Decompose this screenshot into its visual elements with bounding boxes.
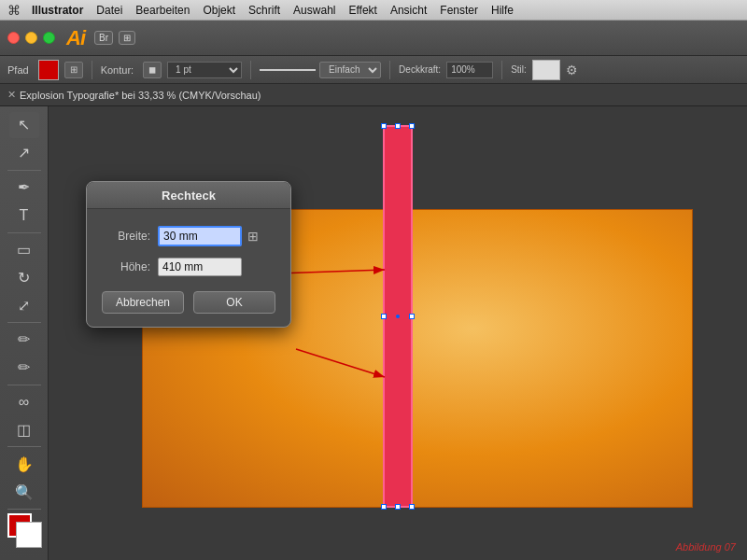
menu-datei[interactable]: Datei: [96, 4, 122, 17]
stroke-style-select[interactable]: Einfach: [319, 62, 381, 78]
tool-zoom[interactable]: 🔍: [9, 479, 39, 505]
tool-blend[interactable]: ∞: [9, 389, 39, 415]
separator-4: [501, 61, 502, 79]
tool-separator-4: [7, 385, 41, 385]
cancel-button[interactable]: Abbrechen: [102, 291, 184, 314]
tab-bar: ✕ Explosion Typografie* bei 33,33 % (CMY…: [0, 84, 747, 106]
canvas-area[interactable]: Rechteck Breite: ⊞ Höhe: Abbrechen OK: [49, 106, 747, 560]
tool-direct-selection[interactable]: ↗: [9, 140, 39, 166]
handle-bottom-center[interactable]: [395, 504, 401, 510]
tool-selection[interactable]: ↖: [9, 112, 39, 138]
stil-swatch[interactable]: [532, 60, 560, 80]
handle-bottom-right[interactable]: [409, 504, 415, 510]
stroke-line: [260, 69, 316, 71]
tool-type[interactable]: T: [9, 203, 39, 229]
dialog-title: Rechteck: [87, 182, 290, 209]
tool-scale[interactable]: ⤢: [9, 292, 39, 318]
tool-separator-3: [7, 322, 41, 323]
fill-color-swatch[interactable]: [38, 60, 59, 80]
breite-row: Breite: ⊞: [87, 222, 290, 250]
deckkraft-label: Deckkraft:: [399, 64, 441, 75]
breite-label: Breite:: [102, 230, 150, 243]
handle-top-left[interactable]: [381, 123, 387, 129]
handle-mid-left[interactable]: [381, 314, 387, 319]
menu-auswahl[interactable]: Auswahl: [293, 4, 335, 17]
hoehe-row: Höhe:: [87, 254, 290, 280]
abbildung-caption: Abbildung 07: [676, 541, 736, 553]
tool-separator-1: [7, 170, 41, 171]
toolbar-colors: [7, 513, 41, 554]
kontur-select[interactable]: 1 pt: [167, 62, 242, 78]
center-dot: [396, 315, 400, 318]
tool-rectangle[interactable]: ▭: [9, 236, 39, 262]
workspace: ↖ ↗ ✒ T ▭ ↻ ⤢ ✏ ✏ ∞ ◫ ✋ 🔍: [0, 106, 747, 560]
tool-rotate[interactable]: ↻: [9, 264, 39, 290]
options-bar: Pfad ⊞ Kontur: ◼ 1 pt Einfach Deckkraft:…: [0, 56, 747, 84]
bridge-button[interactable]: Br: [94, 31, 113, 45]
tool-paintbrush[interactable]: ✏: [9, 327, 39, 353]
tool-gradient[interactable]: ◫: [9, 417, 39, 443]
maximize-button[interactable]: [43, 32, 55, 44]
menu-objekt[interactable]: Objekt: [203, 4, 235, 17]
chain-link-icon[interactable]: ⊞: [247, 229, 259, 244]
title-bar: Ai Br ⊞: [0, 21, 747, 56]
settings-icon[interactable]: ⚙: [566, 63, 578, 77]
handle-mid-right[interactable]: [409, 314, 415, 319]
rechteck-dialog: Rechteck Breite: ⊞ Höhe: Abbrechen OK: [86, 181, 291, 328]
tool-separator-5: [7, 446, 41, 447]
tool-separator-6: [7, 509, 41, 510]
background-color-swatch[interactable]: [17, 523, 41, 547]
separator-2: [250, 61, 251, 79]
stil-label: Stil:: [511, 64, 527, 75]
dialog-buttons: Abbrechen OK: [87, 284, 290, 314]
stroke-preview: Einfach: [260, 62, 381, 78]
menu-bearbeiten[interactable]: Bearbeiten: [135, 4, 190, 17]
hoehe-input[interactable]: [158, 258, 242, 276]
arrange-button[interactable]: ⊞: [119, 31, 135, 45]
tool-pencil[interactable]: ✏: [9, 355, 39, 381]
separator-3: [389, 61, 390, 79]
handle-bottom-left[interactable]: [381, 504, 387, 510]
ok-button[interactable]: OK: [193, 291, 275, 314]
menu-app[interactable]: Illustrator: [32, 4, 83, 17]
tab-title: Explosion Typografie* bei 33,33 % (CMYK/…: [20, 90, 261, 101]
handle-top-center[interactable]: [395, 123, 401, 129]
menu-effekt[interactable]: Effekt: [348, 4, 376, 17]
handle-top-right[interactable]: [409, 123, 415, 129]
minimize-button[interactable]: [25, 32, 37, 44]
ai-logo: Ai: [66, 26, 85, 50]
toolbar: ↖ ↗ ✒ T ▭ ↻ ⤢ ✏ ✏ ∞ ◫ ✋ 🔍: [0, 106, 49, 560]
close-button[interactable]: [7, 32, 20, 44]
hoehe-label: Höhe:: [102, 260, 150, 273]
breite-input[interactable]: [158, 226, 242, 246]
kontur-label: Kontur:: [101, 64, 134, 76]
tool-pen[interactable]: ✒: [9, 175, 39, 201]
menu-fenster[interactable]: Fenster: [440, 4, 478, 17]
mac-menu-bar: ⌘ Illustrator Datei Bearbeiten Objekt Sc…: [0, 0, 747, 21]
kontur-color-button[interactable]: ◼: [143, 62, 162, 78]
tab-close-button[interactable]: ✕: [7, 89, 16, 101]
apple-menu[interactable]: ⌘: [7, 3, 21, 18]
separator-1: [92, 61, 92, 79]
tool-hand[interactable]: ✋: [9, 451, 39, 477]
menu-hilfe[interactable]: Hilfe: [491, 4, 514, 17]
path-label: Pfad: [7, 64, 29, 76]
tool-separator-2: [7, 232, 41, 233]
deckkraft-input[interactable]: [446, 62, 493, 78]
window-controls: [7, 32, 55, 44]
red-stripe[interactable]: [383, 125, 413, 508]
fg-bg-swatches: [7, 513, 41, 547]
menu-schrift[interactable]: Schrift: [248, 4, 280, 17]
stroke-edit-button[interactable]: ⊞: [64, 62, 83, 78]
menu-ansicht[interactable]: Ansicht: [390, 4, 427, 17]
